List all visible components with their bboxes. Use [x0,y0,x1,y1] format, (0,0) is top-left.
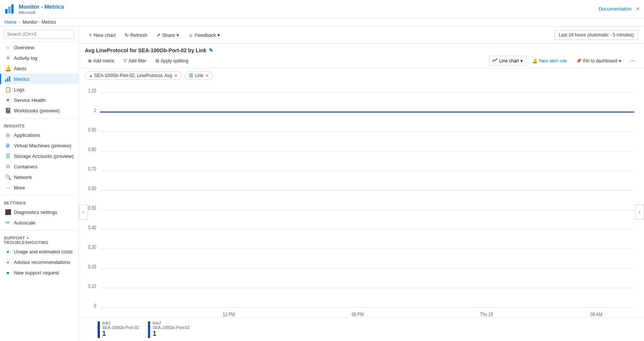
app-title: Monitor - Metrics [19,3,64,10]
applications-icon: ◎ [5,132,11,138]
share-label: Share [162,32,175,38]
diagnostics-icon: ⬛ [5,209,11,215]
svg-text:12 PM: 12 PM [223,311,235,317]
documentation-link[interactable]: Documentation [599,6,631,12]
svg-rect-2 [11,5,14,14]
sidebar-label-alerts: Alerts [14,66,26,71]
sidebar-label-logs: Logs [14,87,24,92]
legend-item-1: link2 SEA-100Gb-Port-02 1 [148,321,189,338]
legend-sublabel-0: SEA-100Gb-Port-02 [102,325,139,330]
legend-text-0: link1 SEA-100Gb-Port-02 1 [102,321,139,338]
metric-pill-remove-1[interactable]: ✕ [205,73,209,78]
sidebar-item-new-support[interactable]: ● New support request [0,267,78,278]
share-button[interactable]: ↗ Share ▾ [152,30,183,40]
sidebar-divider-1 [0,118,78,118]
sidebar-label-applications: Applications [14,132,40,138]
sidebar-item-logs[interactable]: 📋 Logs [0,84,78,95]
top-bar-left: Monitor - Metrics Microsoft [5,3,64,15]
pin-icon: 📌 [576,58,582,64]
svg-text:06 AM: 06 AM [590,311,602,317]
metric-pill-triangle-icon: ▲ [89,74,93,78]
sidebar-label-workbooks: Workbooks (preview) [14,108,60,114]
main-toolbar: + New chart ↻ Refresh ↗ Share ▾ ☺ Feedba… [79,27,644,44]
sidebar-item-alerts[interactable]: 🔔 Alerts [0,63,78,74]
breadcrumb-home[interactable]: Home [5,20,17,25]
chart-nav-left[interactable]: ‹ [79,205,88,220]
feedback-button[interactable]: ☺ Feedback ▾ [184,30,224,40]
storage-accounts-icon: 🗄 [5,153,11,159]
edit-title-icon[interactable]: ✎ [209,47,213,53]
sidebar-divider-2 [0,195,78,196]
support-section-header: Support + Troubleshooting [0,233,78,246]
time-range-button[interactable]: Last 24 hours (Automatic - 5 minutes) [555,30,638,40]
sidebar-item-network[interactable]: 🔍 Network [0,172,78,182]
svg-text:0.70: 0.70 [88,166,97,172]
apply-splitting-button[interactable]: ⊞ Apply splitting [152,57,192,65]
legend-sublabel-1: SEA-100Gb-Port-02 [152,325,189,330]
search-input[interactable] [4,30,75,39]
metric-pill-0[interactable]: ▲ SEA-100Gb-Port-02, LineProtocol, Avg ✕ [85,71,182,80]
app-icon [5,4,15,14]
sidebar-item-advisor[interactable]: ● Advisor recommendations [0,257,78,267]
legend-value-0: 1 [102,330,139,338]
sidebar-item-storage-accounts[interactable]: 🗄 Storage Accounts (preview) [0,151,78,161]
svg-text:0.10: 0.10 [88,283,97,289]
new-chart-label: New chart [94,32,116,38]
legend-label-1: link2 [152,321,189,325]
chart-type-chevron-icon: ▾ [520,58,523,64]
main-layout: ○ Overview ≡ Activity log 🔔 Alerts Metri… [0,27,644,341]
sidebar-item-diagnostics[interactable]: ⬛ Diagnostics settings [0,207,78,217]
pin-to-dashboard-button[interactable]: 📌 Pin to dashboard ▾ [573,57,624,65]
new-chart-button[interactable]: + New chart [85,30,119,40]
svg-text:0.80: 0.80 [88,146,97,153]
chart-type-label: Line chart [499,58,519,64]
legend-value-1: 1 [152,330,189,338]
refresh-button[interactable]: ↻ Refresh [121,30,151,40]
sidebar-item-metrics[interactable]: Metrics [0,74,78,84]
chart-more-button[interactable]: ··· [627,56,638,66]
legend-color-bar-0 [98,321,100,338]
sidebar-item-service-health[interactable]: ♥ Service Health [0,95,78,105]
metrics-icon [5,76,11,82]
sidebar-divider-3 [0,230,78,230]
metric-pills-container: ▲ SEA-100Gb-Port-02, LineProtocol, Avg ✕… [79,68,644,83]
svg-text:Thu 19: Thu 19 [480,311,493,317]
add-metric-icon: ⊕ [88,58,92,64]
chart-wrapper: ‹ › 1.10 1 0.90 0.80 0.70 0.60 0.50 0.40… [79,83,644,341]
refresh-label: Refresh [130,32,148,38]
sidebar-label-storage-accounts: Storage Accounts (preview) [14,153,74,159]
sidebar-label-network: Network [14,174,32,180]
sidebar-item-containers[interactable]: ⚙ Containers [0,161,78,172]
sidebar-item-autoscale[interactable]: ✏ Autoscale [0,217,78,228]
close-button[interactable]: × [636,6,639,12]
svg-text:0.60: 0.60 [88,185,97,192]
svg-rect-1 [8,7,11,14]
add-filter-label: Add filter [128,58,146,64]
alert-rule-icon: 🔔 [532,58,538,64]
new-alert-rule-button[interactable]: 🔔 New alert rule [529,57,570,65]
chart-type-button[interactable]: Line chart ▾ [489,56,526,66]
chart-header: Avg LineProtocol for SEA-100Gb-Port-02 b… [79,44,644,53]
sidebar-item-workbooks[interactable]: 📓 Workbooks (preview) [0,105,78,116]
sidebar-label-advisor: Advisor recommendations [14,259,70,265]
insights-section-header: Insights [0,121,78,130]
add-metric-button[interactable]: ⊕ Add metric [85,57,118,65]
sidebar-item-activity-log[interactable]: ≡ Activity log [0,53,78,63]
autoscale-icon: ✏ [5,220,11,226]
sidebar-item-applications[interactable]: ◎ Applications [0,130,78,140]
sidebar-item-usage-costs[interactable]: ● Usage and estimated costs [0,246,78,257]
pin-label: Pin to dashboard [583,58,617,64]
sidebar-item-overview[interactable]: ○ Overview [0,42,78,53]
alert-rule-label: New alert rule [539,58,567,64]
sidebar-label-containers: Containers [14,164,38,170]
sidebar-item-more[interactable]: ··· More [0,182,78,193]
svg-text:0.20: 0.20 [88,264,97,270]
metric-pill-remove-0[interactable]: ✕ [174,73,178,78]
share-chevron-icon: ▾ [176,32,179,38]
chart-nav-right[interactable]: › [635,205,644,220]
sidebar-item-virtual-machines[interactable]: 🖥 Virtual Machines (preview) [0,140,78,151]
metric-pill-1[interactable]: ⛓ Link ✕ [185,71,213,80]
new-chart-icon: + [89,32,92,38]
add-filter-button[interactable]: ▽ Add filter [121,57,149,65]
svg-text:0.40: 0.40 [88,224,97,231]
